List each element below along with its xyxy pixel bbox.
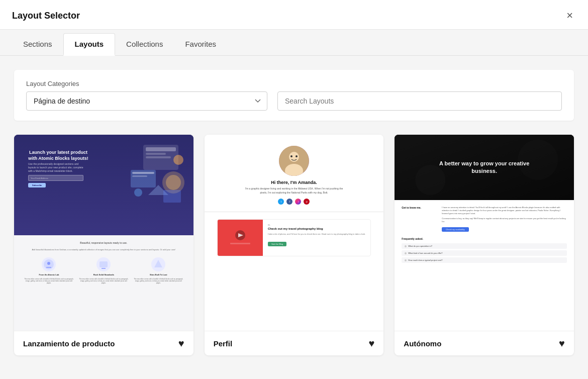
p3-faq-1: What do you specialize in? — [402, 243, 567, 249]
p1-feat-icon-2 — [96, 257, 111, 271]
p3-faq-section: Frequently asked. What do you specialize… — [402, 237, 567, 263]
modal: Layout Selector × Sections Layouts Colle… — [0, 0, 588, 379]
cards-grid: Launch your latest product with Atomic B… — [14, 135, 574, 355]
svg-rect-27 — [230, 243, 250, 244]
p2-name: Hi there, I'm Amanda. — [271, 180, 317, 185]
p1-feat-title-1: From the Atomic Lab — [39, 273, 59, 276]
p2-bio: I'm a graphic designer living and workin… — [244, 187, 344, 195]
p3-faq-bullet-2 — [405, 252, 407, 254]
p1-subscribe-btn: Subscribe — [28, 183, 46, 187]
p3-faq-bullet-1 — [405, 245, 407, 247]
favorite-button-3[interactable]: ♥ — [559, 338, 565, 348]
p3-row-1: Get to know me. I have an uncanny attent… — [402, 206, 567, 232]
svg-rect-7 — [132, 172, 154, 174]
p2-blog-num: 01. — [268, 224, 365, 226]
content-area: Layout Categories Página de destino Blog… — [0, 56, 588, 379]
card-product-launch: Launch your latest product with Atomic B… — [14, 135, 193, 355]
svg-point-23 — [296, 155, 298, 157]
modal-header: Layout Selector × — [0, 0, 588, 30]
p2-blog-content: 01. Check out my travel photography blog… — [263, 220, 370, 256]
card-footer-2: Perfil ♥ — [205, 331, 384, 355]
svg-point-5 — [166, 175, 181, 190]
card-footer-3: Autónomo ♥ — [395, 331, 574, 355]
card-title-2: Perfil — [214, 339, 233, 348]
card-preview-2: Hi there, I'm Amanda. I'm a graphic desi… — [205, 135, 384, 331]
svg-rect-3 — [146, 156, 171, 158]
favorite-button-2[interactable]: ♥ — [368, 338, 374, 348]
p3-faq-3: How much does a typical project cost? — [402, 257, 567, 263]
p1-features: From the Atomic Lab The new editor comes… — [23, 257, 184, 285]
p3-faq-bullet-3 — [405, 259, 407, 261]
p2-blog-card: 01. Check out my travel photography blog… — [217, 219, 371, 256]
card-freelance: A better way to grow your creative busin… — [395, 135, 574, 355]
card-title-3: Autónomo — [404, 339, 441, 348]
tab-collections[interactable]: Collections — [115, 34, 174, 56]
p2-blog-title: Check out my travel photography blog — [268, 227, 365, 231]
svg-point-9 — [134, 188, 142, 197]
tab-layouts[interactable]: Layouts — [63, 33, 116, 56]
close-button[interactable]: × — [563, 9, 576, 22]
p1-email-bar: Your Email Address — [28, 175, 83, 181]
p1-illustration — [128, 140, 188, 215]
svg-marker-18 — [154, 260, 162, 267]
p1-bottom-caption: Beautiful, responsive layouts ready to u… — [23, 241, 184, 244]
tab-sections[interactable]: Sections — [12, 34, 63, 56]
twitter-icon: t — [278, 199, 284, 205]
p1-feat-icon-3 — [151, 257, 165, 271]
filter-box: Layout Categories Página de destino Blog… — [14, 70, 574, 121]
modal-title: Layout Selector — [12, 11, 80, 21]
p1-feat-1: From the Atomic Lab The new editor comes… — [23, 257, 75, 285]
svg-rect-2 — [146, 153, 166, 155]
p1-hero-sub: Use the professionally designed sections… — [28, 162, 83, 173]
p1-feat-3: Sites Built To Last The new editor comes… — [133, 257, 184, 285]
svg-point-22 — [290, 155, 292, 157]
p1-hero-title: Launch your latest product with Atomic B… — [28, 150, 88, 161]
instagram-icon: i — [295, 199, 301, 205]
p1-feat-icon-1 — [42, 257, 56, 271]
p2-blog-image — [218, 220, 263, 256]
p1-hero-section: Launch your latest product with Atomic B… — [14, 135, 193, 235]
p3-hero-overlay: A better way to grow your creative busin… — [395, 135, 574, 200]
p2-blog-btn: Visit the Blog — [268, 242, 286, 246]
category-select[interactable]: Página de destino Blog Portfolio eCommer… — [26, 91, 267, 111]
card-title-1: Lanzamiento de producto — [23, 339, 115, 348]
p3-faq-label: Frequently asked. — [402, 237, 567, 240]
p3-check-btn: Check my availability — [442, 227, 468, 232]
svg-rect-1 — [146, 147, 176, 151]
category-label: Layout Categories — [26, 80, 562, 87]
p3-get-to-know-text: I have an uncanny attention to detail. Y… — [442, 206, 567, 215]
card-profile: Hi there, I'm Amanda. I'm a graphic desi… — [205, 135, 384, 355]
svg-rect-11 — [163, 190, 181, 203]
p2-social-icons: t f i p — [278, 199, 310, 205]
tabs-bar: Sections Layouts Collections Favorites — [0, 30, 588, 56]
p2-divider — [205, 212, 384, 212]
svg-rect-8 — [132, 175, 147, 177]
tab-favorites[interactable]: Favorites — [174, 34, 227, 56]
p1-feat-desc-3: The new editor comes with a handful of d… — [133, 278, 184, 285]
p1-feat-2: Rock Solid Standards The new editor come… — [78, 257, 130, 285]
p1-feat-desc-1: The new editor comes with a handful of d… — [23, 278, 75, 285]
favorite-button-1[interactable]: ♥ — [178, 338, 184, 348]
p3-get-to-know-label: Get to know me. — [402, 206, 437, 232]
card-preview-1: Launch your latest product with Atomic B… — [14, 135, 193, 331]
pinterest-icon: p — [304, 199, 310, 205]
facebook-icon: f — [286, 199, 292, 205]
p3-hero-text: A better way to grow your creative busin… — [439, 160, 530, 175]
p1-bottom-section: Beautiful, responsive layouts ready to u… — [14, 235, 193, 331]
card-footer-1: Lanzamiento de producto ♥ — [14, 331, 193, 355]
p3-hero: A better way to grow your creative busin… — [395, 135, 574, 200]
filter-row: Página de destino Blog Portfolio eCommer… — [26, 91, 562, 111]
p2-avatar — [279, 146, 309, 176]
svg-rect-16 — [100, 261, 108, 267]
p1-feat-title-3: Sites Built To Last — [150, 273, 167, 276]
p1-feat-title-2: Rock Solid Standards — [93, 273, 114, 276]
svg-point-12 — [173, 155, 183, 165]
p1-bottom-sub: Add beautiful illustrations from Undraw,… — [23, 248, 184, 251]
p3-content: Get to know me. I have an uncanny attent… — [395, 200, 574, 331]
p2-blog-desc: I take a lot of photos, and I'd love for… — [268, 233, 365, 236]
p1-feat-desc-2: The new editor comes with a handful of d… — [78, 278, 130, 285]
search-input[interactable] — [277, 91, 562, 111]
p3-communication-text: Communication is key, as they say! We'll… — [442, 217, 567, 223]
p1-email-placeholder: Your Email Address — [31, 177, 48, 179]
p3-faq-q1: What do you specialize in? — [408, 245, 432, 247]
